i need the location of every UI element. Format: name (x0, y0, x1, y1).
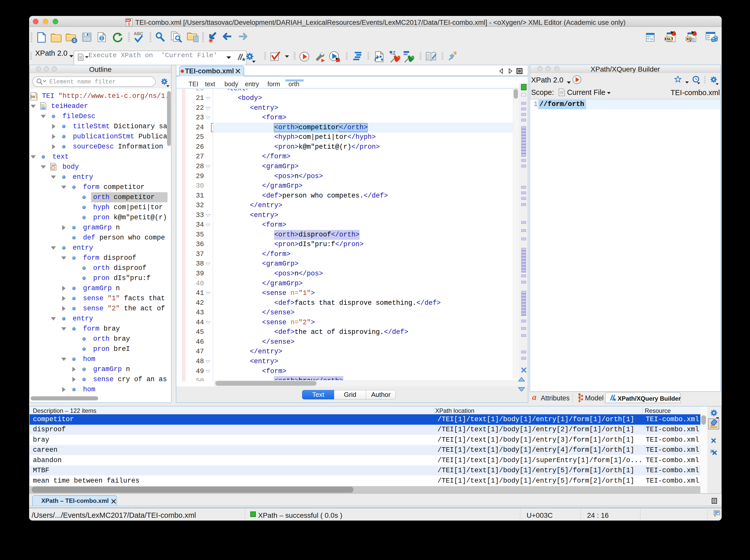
svg-text:XML: XML (125, 19, 131, 22)
svg-text:✳: ✳ (209, 38, 213, 43)
svg-text:TEI: TEI (32, 96, 35, 98)
svg-text:XSLT: XSLT (665, 37, 673, 41)
svg-text:ABC: ABC (134, 32, 143, 36)
svg-text:XQ: XQ (686, 37, 691, 41)
